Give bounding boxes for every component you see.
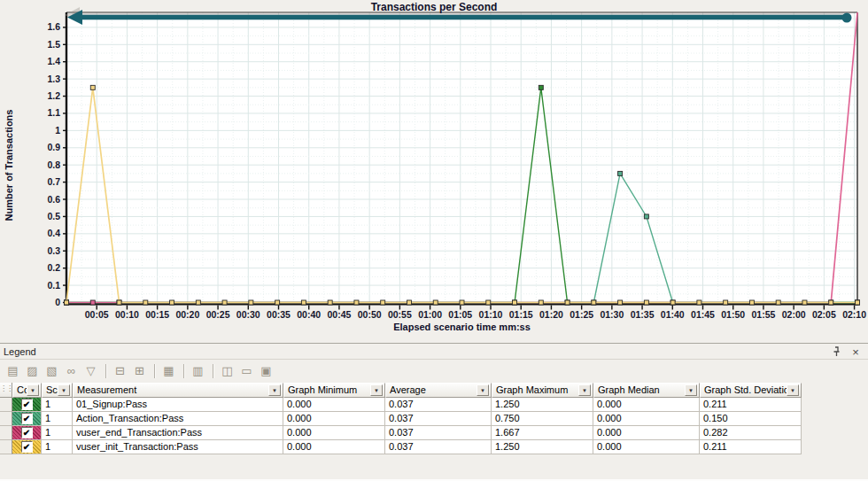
row-selector[interactable]	[0, 398, 12, 412]
plot-background	[66, 12, 857, 305]
grip-icon: ⋮⋮	[0, 383, 12, 398]
y-tick-label: 1.4	[47, 56, 60, 66]
chevron-down-icon[interactable]: ▼	[370, 384, 383, 396]
data-point-marker	[539, 85, 543, 89]
x-tick-label: 01:20	[539, 309, 563, 320]
x-tick-label: 00:30	[236, 309, 260, 320]
watch-measurement-icon[interactable]: ∞	[62, 362, 81, 379]
color-swatch[interactable]: ✔	[12, 412, 42, 426]
color-swatch[interactable]: ✔	[12, 440, 42, 454]
scale-cell: 1	[42, 398, 73, 412]
chevron-down-icon[interactable]: ▼	[268, 384, 281, 396]
graph-median-cell: 0.000	[593, 398, 700, 412]
toolbar-separator	[154, 364, 155, 378]
legend-toolbar: ▤ ▨ ▧ ∞ ▽ ⊟ ⊞ ▦ ▥ ◫ ▭ ▣	[0, 360, 868, 382]
close-icon[interactable]: ×	[849, 345, 863, 358]
row-selector[interactable]	[0, 412, 12, 426]
column-header-graph-std-deviation[interactable]: Graph Std. Deviatior▼	[700, 383, 802, 398]
select-columns-icon[interactable]: ▥	[189, 362, 207, 379]
data-point-marker	[724, 300, 728, 305]
row-selector[interactable]	[0, 440, 12, 454]
y-tick-label: 0.7	[47, 176, 60, 187]
color-swatch[interactable]: ✔	[12, 398, 42, 412]
data-point-marker	[802, 300, 807, 305]
data-point-marker	[65, 300, 69, 305]
chevron-down-icon[interactable]: ▼	[685, 384, 697, 396]
chevron-down-icon[interactable]: ▼	[787, 384, 799, 396]
toolbar-separator	[183, 364, 184, 378]
data-point-marker	[222, 300, 227, 305]
y-axis-title: Number of Transactions	[4, 95, 17, 237]
data-point-marker	[354, 300, 359, 305]
x-tick-label: 01:05	[448, 309, 472, 320]
data-point-marker	[513, 300, 517, 305]
measurement-cell: vuser_end_Transaction:Pass	[73, 426, 283, 440]
y-tick-label: 0.5	[47, 211, 60, 221]
column-header-scale[interactable]: Sca▼	[42, 383, 73, 398]
column-header-graph-minimum[interactable]: Graph Minimum▼	[283, 383, 385, 398]
x-tick-label: 01:15	[509, 309, 533, 320]
column-header-graph-median[interactable]: Graph Median▼	[593, 383, 700, 398]
x-tick-label: 02:00	[782, 309, 806, 320]
graph-minimum-cell: 0.000	[283, 398, 385, 412]
chevron-down-icon[interactable]: ▼	[477, 384, 489, 396]
show-only-selected-icon[interactable]: ▧	[43, 362, 61, 379]
show-measurement-checkbox[interactable]: ✔	[21, 427, 33, 438]
legend-table-row[interactable]: ✔ 1 Action_Transaction:Pass 0.000 0.037 …	[0, 412, 868, 426]
toolbar-separator	[105, 364, 106, 378]
drill-down-icon[interactable]: ◫	[218, 362, 236, 379]
data-point-marker	[644, 214, 648, 219]
y-tick-label: 0.9	[47, 142, 60, 152]
legend-caption-bar: Legend ×	[0, 344, 868, 360]
duplicate-graph-icon[interactable]: ▭	[237, 362, 256, 379]
x-tick-label: 00:05	[85, 309, 109, 320]
data-point-marker	[618, 171, 623, 175]
average-cell: 0.037	[385, 412, 492, 426]
sort-measurements-icon[interactable]: ⊟	[111, 362, 129, 379]
graph-std-deviation-cell: 0.150	[700, 412, 802, 426]
y-tick-label: 0.3	[47, 245, 60, 256]
data-point-marker	[856, 300, 860, 305]
show-measurement-checkbox[interactable]: ✔	[21, 441, 33, 453]
chevron-down-icon[interactable]: ▼	[58, 384, 70, 396]
configure-measurements-icon[interactable]: ▦	[159, 362, 178, 379]
column-header-graph-maximum[interactable]: Graph Maximum▼	[492, 383, 593, 398]
column-header-measurement[interactable]: Measurement▼	[73, 383, 283, 398]
x-tick-label: 02:05	[812, 309, 836, 320]
legend-table-row[interactable]: ✔ 1 vuser_end_Transaction:Pass 0.000 0.0…	[0, 426, 868, 440]
legend-table-row[interactable]: ✔ 1 01_Signup:Pass 0.000 0.037 1.250 0.0…	[0, 398, 868, 412]
x-tick-label: 00:55	[388, 309, 412, 320]
color-swatch[interactable]: ✔	[12, 426, 42, 440]
chart-plot-area[interactable]: 00.10.20.30.40.50.60.70.80.911.11.21.31.…	[0, 0, 868, 342]
column-header-average[interactable]: Average▼	[385, 383, 492, 398]
data-point-marker	[776, 300, 780, 305]
column-header-color[interactable]: Col▼	[12, 383, 42, 398]
data-point-marker	[381, 300, 385, 305]
graph-minimum-cell: 0.000	[283, 440, 385, 454]
filter-measurements-icon[interactable]: ▽	[81, 362, 100, 379]
pin-icon[interactable]	[829, 345, 843, 358]
x-tick-label: 00:10	[115, 309, 139, 320]
show-measurement-checkbox[interactable]: ✔	[21, 413, 33, 424]
y-tick-label: 0.1	[47, 280, 60, 291]
y-tick-label: 1.1	[47, 107, 60, 118]
export-legend-icon[interactable]: ⊞	[130, 362, 149, 379]
hide-measurement-icon[interactable]: ▨	[23, 362, 42, 379]
x-tick-label: 01:40	[661, 309, 685, 320]
x-tick-label: 01:30	[600, 309, 624, 320]
graph-std-deviation-cell: 0.211	[700, 398, 802, 412]
measurement-cell: 01_Signup:Pass	[73, 398, 283, 412]
row-selector[interactable]	[0, 426, 12, 440]
y-tick-label: 0.6	[47, 194, 60, 205]
legend-table: ⋮⋮ Col▼ Sca▼ Measurement▼ Graph Minimum▼…	[0, 383, 868, 454]
data-point-marker	[539, 300, 543, 305]
data-point-marker	[117, 300, 121, 305]
save-legend-icon[interactable]: ▣	[257, 362, 275, 379]
chevron-down-icon[interactable]: ▼	[27, 384, 39, 396]
show-measurement-icon[interactable]: ▤	[4, 362, 22, 379]
y-tick-label: 0.8	[47, 159, 60, 170]
legend-table-row[interactable]: ✔ 1 vuser_init_Transaction:Pass 0.000 0.…	[0, 440, 868, 454]
data-point-marker	[433, 300, 438, 305]
show-measurement-checkbox[interactable]: ✔	[21, 399, 33, 410]
chevron-down-icon[interactable]: ▼	[578, 384, 591, 396]
